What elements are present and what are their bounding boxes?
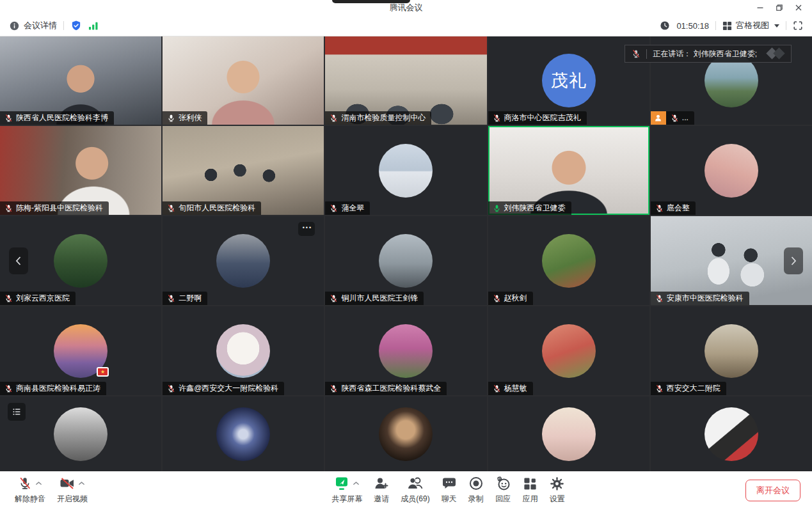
next-page-arrow-button[interactable]: [784, 247, 803, 274]
participant-list-button[interactable]: [8, 403, 26, 421]
video-tile[interactable]: 杨慧敏: [488, 306, 649, 395]
share-screen-button[interactable]: 共享屏幕: [326, 476, 368, 505]
mic-muted-icon: [18, 476, 32, 490]
video-tile[interactable]: 刘伟陕西省卫健委: [488, 126, 649, 215]
video-tile[interactable]: 扈会整: [651, 126, 812, 215]
meeting-details-button[interactable]: 会议详情: [9, 20, 57, 31]
fullscreen-icon: [793, 20, 803, 31]
participant-tag: 杨慧敏: [488, 382, 533, 395]
members-button[interactable]: 成员(69): [395, 476, 435, 505]
start-video-button[interactable]: 开启视频: [51, 476, 93, 505]
apps-button[interactable]: 应用: [517, 476, 544, 505]
members-icon: [407, 476, 424, 491]
security-shield-button[interactable]: [70, 20, 82, 31]
video-tile[interactable]: [651, 396, 812, 471]
video-tile[interactable]: 西安交大二附院: [651, 306, 812, 395]
signal-bars-icon: [88, 21, 99, 31]
tile-more-button[interactable]: •••: [298, 222, 315, 236]
participant-name: 商南县医院检验科易正涛: [16, 384, 100, 393]
video-tile[interactable]: [488, 396, 649, 471]
reaction-button[interactable]: 回应: [490, 476, 517, 505]
restore-button[interactable]: [770, 0, 789, 15]
video-tile[interactable]: 陈梅-紫阳县中医院检验科: [0, 126, 161, 215]
participant-tag: 铜川市人民医院王剑锋: [325, 292, 424, 305]
avatar: [379, 407, 433, 461]
video-tile[interactable]: 旬阳市人民医院检验科: [163, 126, 324, 215]
mic-muted-icon: [4, 384, 13, 393]
video-tile[interactable]: 蒲全翠: [325, 126, 486, 215]
participant-name: 刘伟陕西省卫健委: [504, 204, 566, 212]
video-tile[interactable]: 陕西省人民医院检验科李博: [0, 36, 161, 125]
participant-tag: 二野啊: [163, 292, 207, 305]
external-window-edge: [332, 0, 410, 3]
chevron-down-icon: [774, 24, 779, 27]
video-tile[interactable]: 渭南市检验质量控制中心: [325, 36, 486, 125]
mic-muted-icon: [655, 204, 664, 212]
video-grid: 陕西省人民医院检验科李博 张利侠 渭南市检验质量控制中心茂礼 商洛市中心医院吉茂…: [0, 36, 812, 471]
minimize-button[interactable]: [751, 0, 770, 15]
mic-muted-icon: [330, 294, 338, 302]
video-tile[interactable]: ★ 商南县医院检验科易正涛: [0, 306, 161, 395]
speaking-name: 刘伟陕西省卫健委;: [694, 49, 757, 58]
avatar: [542, 234, 596, 288]
active-speaker-banner: 正在讲话： 刘伟陕西省卫健委;: [625, 45, 792, 63]
participant-tag: 陕西省人民医院检验科李博: [0, 111, 114, 125]
video-tile[interactable]: 张利侠: [163, 36, 324, 125]
close-icon: [795, 4, 802, 12]
mic-muted-icon: [167, 294, 175, 302]
avatar: [705, 407, 758, 461]
participant-name: 许鑫@西安交大一附院检验科: [179, 384, 278, 393]
video-tile[interactable]: 二野啊•••: [163, 216, 324, 305]
mic-muted-icon: [493, 384, 501, 393]
mic-icon: [167, 114, 175, 122]
participant-tag: 陕西省森工医院检验科蔡武全: [325, 382, 447, 395]
record-button[interactable]: 录制: [463, 476, 490, 505]
avatar: [542, 407, 596, 461]
mic-muted-icon: [330, 384, 338, 393]
avatar: ★: [54, 324, 107, 378]
avatar: [542, 324, 596, 378]
mic-muted-icon: [4, 294, 13, 302]
apps-label: 应用: [523, 494, 538, 505]
participant-name: 渭南市检验质量控制中心: [341, 114, 426, 122]
video-tile[interactable]: 刘家云西京医院: [0, 216, 161, 305]
mic-muted-icon: [493, 294, 501, 302]
settings-button[interactable]: 设置: [544, 476, 571, 505]
video-tile[interactable]: 赵秋剑: [488, 216, 649, 305]
fullscreen-button[interactable]: [793, 20, 803, 31]
leave-meeting-button[interactable]: 离开会议: [745, 480, 800, 501]
chat-label: 聊天: [442, 494, 457, 505]
invite-button[interactable]: 邀请: [368, 476, 395, 505]
unmute-button[interactable]: 解除静音: [9, 476, 51, 505]
mic-muted-icon: [4, 114, 13, 122]
chevron-up-icon: [78, 481, 85, 486]
app-window: 腾讯会议 会议详情: [0, 0, 812, 509]
invite-label: 邀请: [374, 494, 389, 505]
mic-muted-icon: [632, 49, 641, 58]
video-tile[interactable]: 安康市中医医院检验科: [651, 216, 812, 305]
participant-name: 安康市中医医院检验科: [667, 294, 744, 302]
video-tile[interactable]: 许鑫@西安交大一附院检验科: [163, 306, 324, 395]
participant-name: 张利侠: [179, 114, 202, 122]
view-mode-button[interactable]: 宫格视图: [722, 20, 779, 31]
clock-icon: [660, 20, 670, 31]
topbar-left: 会议详情: [9, 20, 99, 31]
host-badge-icon: [651, 111, 666, 125]
network-signal-button[interactable]: [88, 21, 99, 31]
video-tile[interactable]: 陕西省森工医院检验科蔡武全: [325, 306, 486, 395]
chat-button[interactable]: 聊天: [436, 476, 463, 505]
close-button[interactable]: [789, 0, 808, 15]
invite-icon: [374, 476, 389, 491]
video-tile[interactable]: [325, 396, 486, 471]
prev-page-arrow-button[interactable]: [9, 247, 28, 274]
video-tile[interactable]: [0, 396, 161, 471]
video-tile[interactable]: 铜川市人民医院王剑锋: [325, 216, 486, 305]
divider: [646, 49, 647, 59]
participant-tag: ...: [651, 111, 694, 125]
info-icon: [9, 20, 20, 31]
flag-badge-icon: ★: [97, 367, 109, 377]
participant-tag: 刘伟陕西省卫健委: [488, 201, 571, 215]
avatar: [705, 144, 758, 198]
video-tile[interactable]: [163, 396, 324, 471]
divider: [786, 21, 786, 30]
